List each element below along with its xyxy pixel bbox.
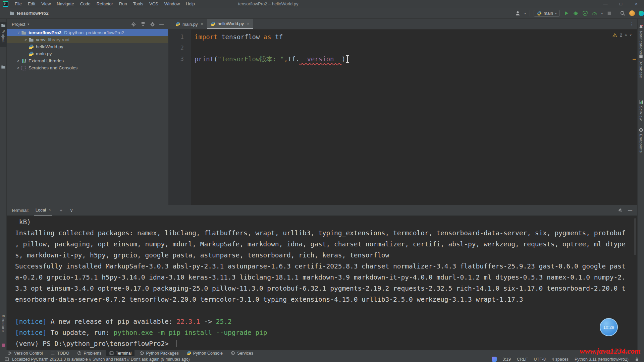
python-interpreter[interactable]: Python 3.11 (tensorflowPro2)	[575, 357, 629, 362]
status-widget-icon[interactable]	[492, 357, 497, 362]
toolwindow-button-label: Python Console	[193, 351, 223, 356]
sidebar-item-notifications[interactable]: Notifications	[638, 23, 644, 52]
tree-item-tensorflowpro2[interactable]: >tensorflowPro2D:\python_pro\tensorflowP…	[7, 29, 168, 36]
toolwindow-button-problems[interactable]: Problems	[74, 350, 104, 356]
hide-terminal-button[interactable]: —	[628, 208, 632, 213]
menu-window[interactable]: Window	[161, 1, 183, 6]
run-button[interactable]	[564, 10, 569, 16]
sidebar-item-bookmark-badge[interactable]	[0, 342, 7, 348]
toolwindow-button-terminal[interactable]: Terminal	[106, 350, 135, 356]
menu-view[interactable]: View	[38, 1, 54, 6]
inspections-widget[interactable]: 2 ˄ ˅	[612, 33, 632, 38]
minimize-button[interactable]: —	[598, 0, 613, 8]
menu-tools[interactable]: Tools	[130, 1, 146, 6]
maximize-button[interactable]: □	[613, 0, 629, 8]
tree-item-venv[interactable]: >venvlibrary root	[7, 36, 168, 43]
code-token: as	[264, 33, 275, 41]
run-with-coverage-button[interactable]	[582, 10, 588, 16]
menu-vcs[interactable]: VCS	[146, 1, 161, 6]
terminal-text: 22.3.1	[176, 318, 200, 325]
hide-panel-button[interactable]: —	[159, 22, 164, 27]
code-token: tf	[275, 33, 283, 41]
sidebar-item-bookmarks[interactable]	[0, 63, 7, 71]
next-problem-icon[interactable]: ˅	[630, 33, 632, 37]
code-with-me-avatar[interactable]	[629, 10, 635, 16]
sidebar-item-structure[interactable]: Structure	[0, 313, 7, 341]
status-message[interactable]: Localized PyCharm 2023.1.3 is available …	[5, 357, 190, 362]
code-line-3[interactable]: 3print("TensorFlow版本: ",tf.__version__)	[168, 54, 637, 65]
sidebar-item-sciview[interactable]: SciView	[638, 98, 644, 127]
close-icon[interactable]: ×	[247, 21, 249, 26]
search-everywhere-icon[interactable]	[620, 10, 626, 16]
code-editor[interactable]: 1import tensorflow as tf23print("TensorF…	[168, 29, 637, 205]
run-config-selector[interactable]: main ▾	[534, 10, 560, 17]
terminal-scrollbar[interactable]	[634, 218, 636, 255]
prev-problem-icon[interactable]: ˄	[625, 33, 627, 37]
python-icon	[29, 44, 34, 50]
toolwindow-button-version-control[interactable]: Version Control	[5, 350, 46, 356]
gear-icon[interactable]	[618, 208, 623, 213]
debug-button[interactable]	[573, 10, 579, 16]
close-icon[interactable]: ×	[49, 207, 51, 212]
terminal-text: (venv) PS D:\python_pro\tensorflowPro2>	[15, 340, 173, 348]
terminal-output[interactable]: kB)Installing collected packages: namex,…	[7, 216, 637, 350]
tab-helloworld-py[interactable]: helloWorld.py×	[207, 19, 253, 29]
ide-settings-icon[interactable]	[639, 11, 644, 16]
tree-item-helloworld-py[interactable]: helloWorld.py	[7, 43, 168, 50]
tab-main-py[interactable]: main.py×	[172, 19, 207, 29]
tree-item-scratches-and-consoles[interactable]: >Scratches and Consoles	[7, 64, 168, 71]
menu-file[interactable]: File	[12, 1, 25, 6]
sidebar-item-endpoints[interactable]: Endpoints	[638, 126, 644, 155]
toolwindow-button-python-console[interactable]: Python Console	[184, 350, 226, 356]
toolwindow-button-todo[interactable]: TODO	[48, 350, 72, 356]
menu-edit[interactable]: Edit	[25, 1, 38, 6]
lock-icon[interactable]	[635, 357, 639, 362]
chevron-down-icon[interactable]: >	[17, 30, 20, 36]
recording-timer-badge: 10:29	[600, 318, 618, 336]
sidebar-item-project[interactable]: Project	[0, 22, 7, 47]
chevron-right-icon[interactable]: >	[16, 59, 21, 63]
menu-navigate[interactable]: Navigate	[54, 1, 77, 6]
chevron-right-icon[interactable]: >	[23, 38, 29, 42]
toolwindow-button-python-packages[interactable]: Python Packages	[137, 350, 181, 356]
stop-button[interactable]	[606, 10, 612, 16]
terminal-tab-local[interactable]: Local ×	[34, 205, 52, 216]
tree-item-external-libraries[interactable]: >External Libraries	[7, 57, 168, 64]
line-ending[interactable]: CRLF	[517, 357, 528, 362]
python-icon	[187, 351, 191, 355]
close-icon[interactable]: ×	[201, 22, 203, 26]
collapse-all-icon[interactable]	[141, 22, 146, 27]
chevron-down-icon[interactable]: ▾	[28, 22, 29, 26]
code-token: __version__	[300, 55, 342, 63]
indent-setting[interactable]: 4 spaces	[552, 357, 569, 362]
python-icon	[211, 21, 215, 26]
menu-help[interactable]: Help	[183, 1, 198, 6]
project-panel-title[interactable]: Project	[12, 22, 25, 27]
tree-item-main-py[interactable]: main.py	[7, 50, 168, 57]
code-line-2[interactable]: 2	[168, 43, 637, 54]
locate-file-icon[interactable]	[131, 22, 136, 27]
terminal-text: 25.2	[216, 318, 232, 325]
terminal-text: python.exe -m pip install --upgrade pip	[114, 329, 267, 337]
user-avatar-icon[interactable]	[515, 10, 521, 16]
menu-run[interactable]: Run	[116, 1, 130, 6]
tab-options-icon[interactable]: ⋮	[630, 21, 634, 27]
tree-item-label: helloWorld.py	[36, 44, 63, 49]
sidebar-item-database[interactable]: Database	[638, 53, 644, 81]
file-encoding[interactable]: UTF-8	[534, 357, 546, 362]
chevron-right-icon[interactable]: >	[16, 66, 21, 70]
project-breadcrumb[interactable]: tensorflowPro2	[9, 11, 49, 16]
gear-icon[interactable]	[150, 22, 155, 27]
chevron-down-icon[interactable]: ∨	[70, 207, 73, 213]
toolwindow-button-services[interactable]: Services	[228, 350, 256, 356]
caret-position[interactable]: 3:19	[503, 357, 511, 362]
new-terminal-button[interactable]: +	[60, 207, 62, 213]
code-line-1[interactable]: 1import tensorflow as tf	[168, 32, 637, 43]
close-button[interactable]: ×	[629, 0, 644, 8]
error-stripe-mark[interactable]	[633, 59, 636, 60]
terminal-line: kB)	[15, 217, 637, 228]
bookmark-icon	[2, 344, 5, 347]
menu-code[interactable]: Code	[77, 1, 94, 6]
profiler-button[interactable]	[592, 10, 597, 16]
menu-refactor[interactable]: Refactor	[94, 1, 116, 6]
